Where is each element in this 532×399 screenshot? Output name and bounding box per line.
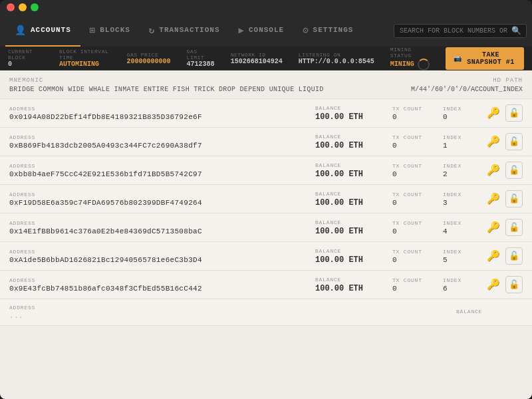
close-dot[interactable] [7, 3, 15, 11]
key-icon[interactable]: 🔑 [487, 221, 500, 234]
mining-label: MINING STATUS [390, 47, 430, 59]
account-tx-section: TX COUNT 0 [392, 106, 432, 121]
account-index-value: 6 [443, 285, 476, 293]
address-label: ADDRESS [9, 305, 446, 311]
address-label: ADDRESS [9, 277, 305, 283]
account-tx-value: 0 [392, 227, 432, 235]
settings-nav-label: SETTINGS [313, 26, 354, 34]
account-address[interactable]: 0x14E1fBBb9614c376a0E2b4e84369dC5713508b… [9, 227, 305, 235]
account-address[interactable]: 0xF19D58E6a359c74FDA69576b802399DBF47492… [9, 199, 305, 207]
account-tx-value: 0 [392, 113, 432, 121]
address-label: ADDRESS [9, 192, 305, 198]
address-label: ADDRESS [9, 134, 305, 140]
table-row: ADDRESS 0x9E43fcBb74851b86afc0348f3CfbEd… [0, 271, 532, 299]
block-interval-label: BLOCK INTERVAL TIME [59, 49, 111, 61]
listening-value: HTTP://0.0.0.0:8545 [299, 58, 374, 65]
account-balance-section: BALANCE 100.00 ETH [315, 191, 382, 207]
tx-count-label: TX COUNT [392, 163, 432, 169]
nav-item-accounts[interactable]: 👤ACCOUNTS [5, 15, 80, 47]
settings-nav-icon: ⚙ [303, 25, 309, 36]
console-nav-icon: ▶ [239, 25, 245, 36]
table-row: ADDRESS 0xbb8b4aeF75CcC42E921E536b1fd71B… [0, 156, 532, 185]
search-wrap: 🔍 [394, 24, 527, 38]
tx-count-label: TX COUNT [392, 106, 432, 112]
current-block-label: CURRENT BLOCK [8, 49, 43, 61]
network-id-label: NETWORK ID [231, 52, 283, 58]
minimize-dot[interactable] [19, 3, 27, 11]
account-index-section: INDEX 3 [443, 192, 476, 207]
account-address[interactable]: 0xB869Fb4183dcb2005A0493c344FC7c2690A38d… [9, 142, 305, 150]
blocks-nav-label: BLOCKS [100, 26, 130, 34]
address-label: ADDRESS [9, 163, 305, 169]
account-index-value: 5 [443, 256, 476, 264]
key-icon[interactable]: 🔑 [487, 135, 500, 148]
table-row: ADDRESS ... BALANCE [0, 299, 532, 326]
index-label: INDEX [443, 106, 476, 112]
block-interval-status: BLOCK INTERVAL TIME AUTOMINING [59, 49, 111, 68]
table-row: ADDRESS 0x14E1fBBb9614c376a0E2b4e84369dC… [0, 213, 532, 242]
gas-limit-value: 4712388 [187, 61, 215, 68]
lock-button[interactable]: 🔓 [505, 133, 523, 150]
account-address[interactable]: 0xA1de5B6bbAD1626821Bc12940565781e6eC3b3… [9, 256, 305, 264]
account-index-value: 4 [443, 227, 476, 235]
hdpath-label: HD PATH [411, 77, 523, 84]
balance-label: BALANCE [456, 309, 523, 315]
camera-icon: 📷 [454, 55, 462, 63]
account-index-section: INDEX 4 [443, 220, 476, 235]
account-actions: 🔑 🔓 [487, 190, 523, 207]
account-main: ADDRESS ... [9, 305, 446, 320]
lock-button[interactable]: 🔓 [505, 276, 523, 293]
transactions-nav-icon: ↻ [149, 25, 155, 36]
lock-button[interactable]: 🔓 [505, 190, 523, 207]
key-icon[interactable]: 🔑 [487, 249, 500, 263]
account-index-value: 2 [443, 170, 476, 178]
account-tx-section: TX COUNT 0 [392, 249, 432, 264]
gas-price-value: 20000000000 [127, 58, 171, 65]
index-label: INDEX [443, 277, 476, 283]
account-address[interactable]: ... [9, 312, 446, 320]
balance-label: BALANCE [315, 277, 382, 283]
account-tx-section: TX COUNT 0 [392, 163, 432, 178]
lock-button[interactable]: 🔓 [505, 162, 523, 179]
account-balance-value: 100.00 ETH [315, 227, 382, 236]
account-index-value: 1 [443, 142, 476, 150]
snapshot-button[interactable]: 📷 TAKE SNAPSHOT #1 [446, 47, 524, 70]
nav-item-transactions[interactable]: ↻TRANSACTIONS [140, 15, 229, 47]
lock-button[interactable]: 🔓 [505, 247, 523, 265]
key-icon[interactable]: 🔑 [487, 192, 500, 205]
key-icon[interactable]: 🔑 [487, 164, 500, 177]
maximize-dot[interactable] [31, 3, 39, 11]
account-main: ADDRESS 0xbb8b4aeF75CcC42E921E536b1fd71B… [9, 163, 305, 178]
lock-button[interactable]: 🔓 [505, 219, 523, 236]
search-input[interactable] [394, 24, 527, 38]
account-tx-section: TX COUNT 0 [392, 134, 432, 150]
account-address[interactable]: 0xbb8b4aeF75CcC42E921E536b1fd71BD5B5742C… [9, 170, 305, 178]
tx-count-label: TX COUNT [392, 249, 432, 255]
account-address[interactable]: 0x0194A08D22bEf14fDb8E4189321B835D36792e… [9, 113, 305, 121]
nav-item-console[interactable]: ▶CONSOLE [229, 15, 294, 47]
mnemonic-left: MNEMONIC BRIDGE COMMON WIDE WHALE INMATE… [9, 77, 324, 93]
mnemonic-label: MNEMONIC [9, 77, 324, 84]
account-tx-value: 0 [392, 170, 432, 178]
account-tx-section: TX COUNT 0 [392, 277, 432, 293]
mining-spinner-icon [418, 59, 430, 70]
account-main: ADDRESS 0xF19D58E6a359c74FDA69576b802399… [9, 192, 305, 207]
gas-limit-status: GAS LIMIT 4712388 [187, 49, 215, 68]
account-address[interactable]: 0x9E43fcBb74851b86afc0348f3CfbEd55B16cC4… [9, 285, 305, 293]
account-balance-section: BALANCE 100.00 ETH [315, 277, 382, 293]
account-tx-value: 0 [392, 199, 432, 207]
key-icon[interactable]: 🔑 [487, 106, 500, 120]
mining-value: MINING [390, 61, 414, 68]
gas-price-status: GAS PRICE 20000000000 [127, 52, 171, 65]
lock-button[interactable]: 🔓 [505, 104, 523, 122]
tx-count-label: TX COUNT [392, 134, 432, 140]
nav-item-blocks[interactable]: ⊞BLOCKS [80, 15, 140, 47]
account-tx-section: TX COUNT 0 [392, 220, 432, 235]
account-tx-value: 0 [392, 256, 432, 264]
key-icon[interactable]: 🔑 [487, 278, 500, 291]
nav-item-settings[interactable]: ⚙SETTINGS [293, 15, 362, 47]
account-balance-value: 100.00 ETH [315, 255, 382, 265]
main-content: MNEMONIC BRIDGE COMMON WIDE WHALE INMATE… [0, 70, 532, 399]
balance-label: BALANCE [315, 105, 382, 111]
account-balance-section: BALANCE 100.00 ETH [315, 219, 382, 236]
